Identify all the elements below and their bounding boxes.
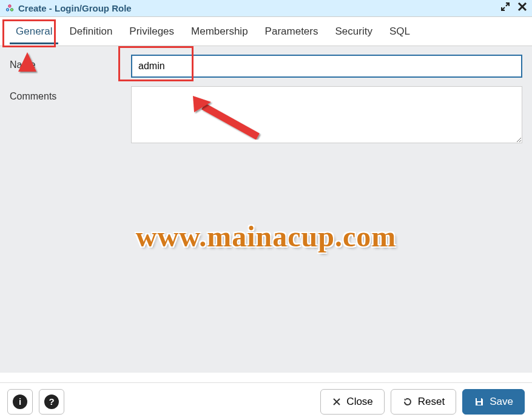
reset-button[interactable]: Reset xyxy=(391,389,456,415)
svg-rect-4 xyxy=(477,402,481,405)
close-x-icon xyxy=(332,397,342,407)
tab-membership[interactable]: Membership xyxy=(183,19,257,44)
info-button[interactable]: i xyxy=(7,389,33,415)
dialog-footer: i ? Close Reset Save xyxy=(0,382,532,420)
close-icon[interactable] xyxy=(517,2,527,15)
role-icon xyxy=(5,4,15,13)
tab-security[interactable]: Security xyxy=(326,19,380,44)
svg-point-0 xyxy=(8,4,11,7)
tab-bar: General Definition Privileges Membership… xyxy=(0,17,532,46)
name-input[interactable] xyxy=(131,55,522,78)
svg-point-2 xyxy=(10,8,13,10)
reset-icon xyxy=(402,396,413,407)
svg-point-1 xyxy=(6,8,8,10)
form-panel: Name Comments xyxy=(0,46,532,373)
tab-privileges[interactable]: Privileges xyxy=(121,19,183,44)
svg-rect-3 xyxy=(477,398,481,401)
comments-input[interactable] xyxy=(131,86,522,143)
info-icon: i xyxy=(13,395,27,409)
help-button[interactable]: ? xyxy=(39,389,64,415)
help-icon: ? xyxy=(44,395,59,409)
tab-general[interactable]: General xyxy=(7,19,61,44)
save-icon xyxy=(474,396,485,407)
close-button-label: Close xyxy=(346,396,372,408)
title-bar: Create - Login/Group Role xyxy=(0,0,532,17)
save-button[interactable]: Save xyxy=(462,389,525,415)
name-label: Name xyxy=(10,55,131,70)
watermark-text: www.mainacup.com xyxy=(136,220,396,253)
tab-definition[interactable]: Definition xyxy=(61,19,121,44)
reset-button-label: Reset xyxy=(418,396,445,408)
close-button[interactable]: Close xyxy=(320,389,384,415)
expand-icon[interactable] xyxy=(500,2,510,15)
tab-parameters[interactable]: Parameters xyxy=(257,19,327,44)
tab-sql[interactable]: SQL xyxy=(381,19,419,44)
save-button-label: Save xyxy=(490,396,513,408)
window-title: Create - Login/Group Role xyxy=(18,3,500,13)
comments-label: Comments xyxy=(10,86,131,102)
